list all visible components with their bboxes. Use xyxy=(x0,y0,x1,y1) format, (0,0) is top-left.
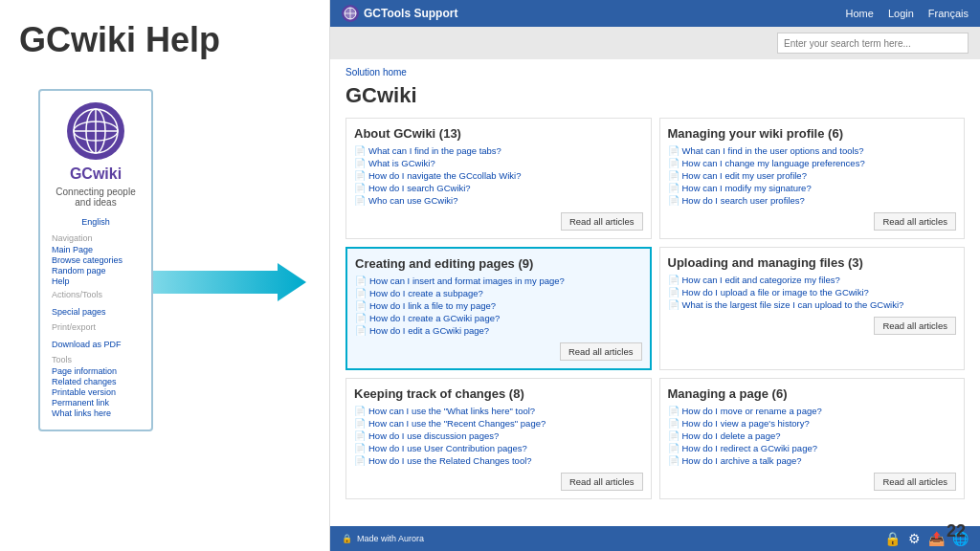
article-item: 📄How do I use discussion pages? xyxy=(354,430,643,441)
wiki-logo xyxy=(67,102,124,160)
article-icon: 📄 xyxy=(668,275,679,285)
article-icon: 📄 xyxy=(668,299,679,310)
article-link[interactable]: How can I edit my user profile? xyxy=(682,170,807,181)
section-title-managing-page: Managing a page (6) xyxy=(668,386,957,401)
article-link[interactable]: How do I edit a GCwiki page? xyxy=(369,325,489,336)
nav-download-pdf[interactable]: Download as PDF xyxy=(52,340,122,349)
nav-help[interactable]: Help xyxy=(52,276,140,286)
read-all-about-button[interactable]: Read all articles xyxy=(561,212,643,231)
article-link[interactable]: How do I archive a talk page? xyxy=(682,455,802,466)
read-all-managing-page-button[interactable]: Read all articles xyxy=(874,473,956,491)
section-title-tracking: Keeping track of changes (8) xyxy=(354,386,643,401)
article-icon: 📄 xyxy=(354,183,366,193)
article-icon: 📄 xyxy=(354,145,366,156)
article-item: 📄How can I edit my user profile? xyxy=(668,170,957,181)
article-item: 📄How do I create a GCwiki page? xyxy=(355,313,642,323)
article-item: 📄How can I insert and format images in m… xyxy=(355,276,642,286)
article-link[interactable]: How do I use the Related Changes tool? xyxy=(368,455,532,466)
read-all-tracking-button[interactable]: Read all articles xyxy=(561,473,643,491)
article-item: 📄How do I search GCwiki? xyxy=(354,183,643,193)
article-link[interactable]: What is GCwiki? xyxy=(368,158,435,168)
nav-page-information[interactable]: Page information xyxy=(52,366,140,376)
article-link[interactable]: How do I use User Contribution pages? xyxy=(368,443,527,453)
article-link[interactable]: How do I use discussion pages? xyxy=(368,430,499,441)
nav-browse-categories[interactable]: Browse categories xyxy=(52,255,140,265)
article-link[interactable]: How do I link a file to my page? xyxy=(369,300,496,311)
article-icon: 📄 xyxy=(668,430,679,441)
nav-special-pages[interactable]: Special pages xyxy=(52,307,106,317)
article-icon: 📄 xyxy=(354,195,366,206)
article-item: 📄How do I edit a GCwiki page? xyxy=(355,325,642,336)
nav-printable-version[interactable]: Printable version xyxy=(52,387,140,397)
read-all-uploading: Read all articles xyxy=(668,316,957,335)
wiki-actions-section: Actions/Tools Special pages xyxy=(52,290,140,319)
section-keeping-track: Keeping track of changes (8) 📄How can I … xyxy=(345,378,652,499)
article-link[interactable]: How can I use the "Recent Changes" page? xyxy=(368,418,546,429)
nav-main-page[interactable]: Main Page xyxy=(52,245,140,254)
wiki-lang[interactable]: English xyxy=(81,217,110,227)
wiki-print-section: Print/export Download as PDF xyxy=(52,322,140,351)
read-all-profile-button[interactable]: Read all articles xyxy=(874,212,956,231)
article-link[interactable]: What can I find in the user options and … xyxy=(682,145,864,156)
nav-home[interactable]: Home xyxy=(846,8,874,19)
article-item: 📄What can I find in the page tabs? xyxy=(354,145,643,156)
article-icon: 📄 xyxy=(354,406,366,416)
article-icon: 📄 xyxy=(355,325,367,336)
nav-francais[interactable]: Français xyxy=(928,8,969,19)
article-icon: 📄 xyxy=(355,300,367,311)
article-icon: 📄 xyxy=(668,158,679,168)
article-link[interactable]: How do I navigate the GCcollab Wiki? xyxy=(368,170,521,181)
wiki-navigation-section: Navigation Main Page Browse categories R… xyxy=(52,233,140,286)
article-item: 📄How do I redirect a GCwiki page? xyxy=(668,443,957,453)
actions-section-label: Actions/Tools xyxy=(52,290,140,299)
article-link[interactable]: How can I insert and format images in my… xyxy=(369,276,565,286)
article-link[interactable]: How do I create a subpage? xyxy=(369,288,483,298)
article-link[interactable]: How do I redirect a GCwiki page? xyxy=(682,443,818,453)
article-icon: 📄 xyxy=(355,276,367,286)
section-title-about: About GCwiki (13) xyxy=(354,126,643,141)
read-all-creating-button[interactable]: Read all articles xyxy=(560,342,642,361)
browser-window: GCTools Support Home Login Français Solu… xyxy=(329,0,980,551)
article-link[interactable]: How do I create a GCwiki page? xyxy=(369,313,500,323)
article-icon: 📄 xyxy=(668,170,679,181)
article-link[interactable]: How can I use the "What links here" tool… xyxy=(368,406,535,416)
wiki-tools-section: Tools Page information Related changes P… xyxy=(52,355,140,418)
article-item: 📄How do I archive a talk page? xyxy=(668,455,957,466)
article-link[interactable]: How can I modify my signature? xyxy=(682,183,812,193)
article-item: 📄How can I modify my signature? xyxy=(668,183,957,193)
article-link[interactable]: How do I search GCwiki? xyxy=(368,183,471,193)
article-icon: 📄 xyxy=(354,418,366,429)
read-all-uploading-button[interactable]: Read all articles xyxy=(874,317,956,335)
article-icon: 📄 xyxy=(668,443,679,453)
search-input[interactable] xyxy=(777,33,969,54)
article-link[interactable]: How do I view a page's history? xyxy=(682,418,810,429)
nav-section-label: Navigation xyxy=(52,233,140,243)
article-link[interactable]: Who can use GCwiki? xyxy=(368,195,457,206)
nav-links: Home Login Français xyxy=(846,8,969,19)
article-link[interactable]: How do I move or rename a page? xyxy=(682,406,822,416)
nav-related-changes[interactable]: Related changes xyxy=(52,377,140,386)
breadcrumb[interactable]: Solution home xyxy=(345,67,965,77)
nav-what-links-here[interactable]: What links here xyxy=(52,408,140,418)
article-link[interactable]: How can I change my language preferences… xyxy=(682,158,865,168)
article-link[interactable]: What can I find in the page tabs? xyxy=(368,145,501,156)
article-icon: 📄 xyxy=(668,195,679,206)
search-bar-container xyxy=(330,27,980,59)
article-link[interactable]: How do I delete a page? xyxy=(682,430,781,441)
article-link[interactable]: How do I upload a file or image to the G… xyxy=(682,287,869,298)
article-icon: 📄 xyxy=(355,288,367,298)
wiki-nav-links: Main Page Browse categories Random page … xyxy=(52,245,140,286)
nav-random-page[interactable]: Random page xyxy=(52,266,140,276)
article-link[interactable]: What is the largest file size I can uplo… xyxy=(682,299,904,310)
article-item: 📄How do I create a subpage? xyxy=(355,288,642,298)
article-item: 📄How do I upload a file or image to the … xyxy=(668,287,957,298)
article-item: 📄What can I find in the user options and… xyxy=(668,145,957,156)
article-link[interactable]: How can I edit and categorize my files? xyxy=(682,275,840,285)
section-articles-uploading: 📄How can I edit and categorize my files?… xyxy=(668,275,957,310)
nav-permanent-link[interactable]: Permanent link xyxy=(52,398,140,408)
lock-footer-icon: 🔒 xyxy=(884,531,901,546)
nav-login[interactable]: Login xyxy=(888,8,914,19)
article-icon: 📄 xyxy=(668,287,679,298)
article-item: 📄How do I link a file to my page? xyxy=(355,300,642,311)
article-link[interactable]: How do I search user profiles? xyxy=(682,195,805,206)
